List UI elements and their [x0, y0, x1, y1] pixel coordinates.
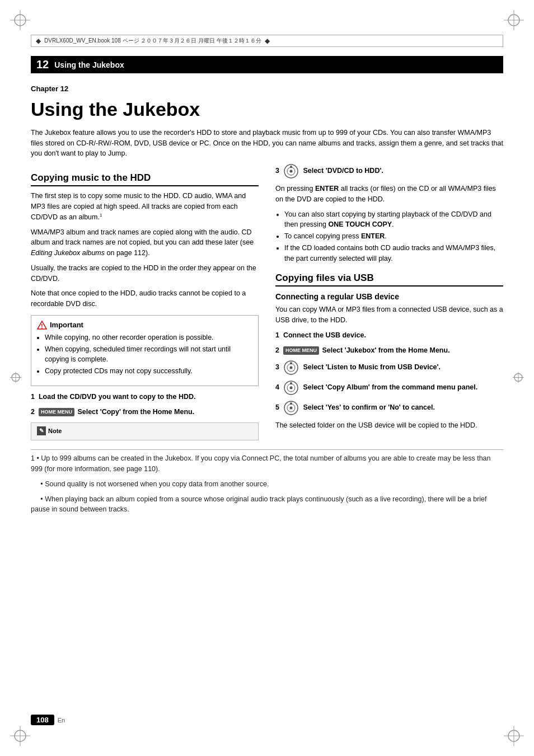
- usb-step-5: 5 Select 'Yes' to confirm or 'No' to can…: [275, 400, 503, 416]
- page-lang: En: [58, 717, 65, 724]
- footnote-3: • When playing back an album copied from…: [31, 494, 503, 515]
- important-list: While copying, no other recorder operati…: [37, 332, 252, 377]
- svg-text:!: !: [41, 323, 43, 330]
- meta-diamond-right: ◆: [265, 37, 270, 45]
- usb-step-2: 2 HOME MENU Select 'Jukebox' from the Ho…: [275, 345, 503, 356]
- usb-step-5-num: 5: [275, 404, 279, 412]
- page-number: 108: [31, 715, 54, 725]
- usb-step-2-text: Select 'Jukebox' from the Home Menu.: [322, 346, 449, 354]
- usb-step-1-text: Connect the USB device.: [283, 331, 366, 339]
- usb-step-1-num: 1: [275, 331, 279, 339]
- meta-text: DVRLX60D_WV_EN.book 108 ページ ２００７年３月２６日 月…: [44, 37, 261, 45]
- important-box: ! Important While copying, no other reco…: [31, 315, 259, 386]
- usb-step-4: 4 Select 'Copy Album' from the command m…: [275, 380, 503, 396]
- chapter-label: Chapter 12: [31, 83, 503, 95]
- svg-point-31: [289, 387, 292, 389]
- usb-step-3-num: 3: [275, 364, 279, 372]
- svg-point-22: [290, 166, 292, 168]
- usb-step-4-num: 4: [275, 384, 279, 392]
- note-box: ✎ Note: [31, 422, 259, 440]
- intro-paragraph: The Jukebox feature allows you to use th…: [31, 128, 503, 159]
- step-3: 3 Select 'DVD/CD to HDD'.: [275, 163, 503, 179]
- step-3-text: Select 'DVD/CD to HDD'.: [303, 167, 383, 175]
- important-item-1: While copying, no other recorder operati…: [45, 332, 252, 343]
- meta-diamond: ◆: [36, 37, 41, 45]
- copy-music-para3: Usually, the tracks are copied to the HD…: [31, 263, 259, 284]
- step3-bullet-1: You can also start copying by starting p…: [284, 209, 503, 231]
- section-heading-copy-music: Copying music to the HDD: [31, 172, 259, 186]
- warning-triangle-icon: !: [37, 320, 47, 330]
- corner-mark-br: [504, 726, 524, 746]
- usb-step-5-text: Select 'Yes' to confirm or 'No' to cance…: [303, 404, 435, 412]
- copy-music-para4: Note that once copied to the HDD, audio …: [31, 288, 259, 309]
- meta-bar: ◆ DVRLX60D_WV_EN.book 108 ページ ２００７年３月２６日…: [31, 35, 503, 47]
- dial-icon-usb5: [283, 400, 299, 416]
- svg-point-26: [290, 362, 292, 364]
- important-label: Important: [50, 321, 83, 329]
- svg-point-34: [290, 402, 292, 405]
- step-3-num: 3: [275, 167, 279, 175]
- note-icon: ✎: [37, 426, 46, 435]
- step-1: 1 Load the CD/DVD you want to copy to th…: [31, 392, 259, 402]
- important-title: ! Important: [37, 320, 252, 330]
- svg-point-35: [289, 407, 292, 410]
- chapter-number: 12: [36, 58, 49, 71]
- side-mark-left: [10, 372, 21, 384]
- note-label: ✎ Note: [37, 426, 252, 435]
- usb-final-text: The selected folder on the USB device wi…: [275, 420, 503, 431]
- subsection-heading-usb: Connecting a regular USB device: [275, 292, 503, 301]
- page-title: Using the Jukebox: [31, 99, 503, 120]
- usb-step-4-text: Select 'Copy Album' from the command men…: [303, 384, 477, 392]
- chapter-bar: 12 Using the Jukebox: [31, 56, 503, 73]
- corner-mark-tl: [10, 10, 30, 30]
- page-number-bar: 108 En: [31, 715, 65, 725]
- important-item-2: When copying, scheduled timer recordings…: [45, 344, 252, 365]
- home-menu-badge: HOME MENU: [39, 408, 74, 417]
- dial-icon-usb4: [283, 380, 299, 396]
- section-heading-copy-usb: Copying files via USB: [275, 273, 503, 287]
- usb-step-1: 1 Connect the USB device.: [275, 330, 503, 341]
- usb-step-2-num: 2: [275, 346, 279, 354]
- right-column: 3 Select 'DVD/CD to HDD'. On pressing EN…: [275, 163, 503, 440]
- step3-bullet-2: To cancel copying press ENTER.: [284, 231, 503, 242]
- chapter-bar-title: Using the Jukebox: [54, 60, 124, 69]
- footnote-ref-1: 1: [100, 213, 102, 218]
- footnote-2: • Sound quality is not worsened when you…: [31, 479, 503, 490]
- important-item-3: Copy protected CDs may not copy successf…: [45, 366, 252, 377]
- svg-point-30: [290, 382, 292, 384]
- svg-point-23: [289, 170, 292, 173]
- two-column-layout: Copying music to the HDD The first step …: [31, 163, 503, 440]
- usb-step-3: 3 Select 'Listen to Music from USB Devic…: [275, 360, 503, 375]
- step-1-text: Load the CD/DVD you want to copy to the …: [39, 393, 196, 401]
- step-3-para: On pressing ENTER all tracks (or files) …: [275, 184, 503, 205]
- usb-step-3-text: Select 'Listen to Music from USB Device'…: [303, 364, 441, 372]
- corner-mark-tr: [504, 10, 524, 30]
- corner-mark-bl: [10, 726, 30, 746]
- main-content: Chapter 12 Using the Jukebox The Jukebox…: [31, 73, 503, 440]
- step-2-text: Select 'Copy' from the Home Menu.: [77, 408, 194, 416]
- copy-music-para2: WMA/MP3 album and track names are copied…: [31, 227, 259, 259]
- footnote-1: 1 • Up to 999 albums can be created in t…: [31, 453, 503, 475]
- step-1-num: 1: [31, 393, 35, 401]
- dial-icon-step3: [283, 163, 299, 179]
- step-2: 2 HOME MENU Select 'Copy' from the Home …: [31, 407, 259, 417]
- step-3-bullets: You can also start copying by starting p…: [275, 209, 503, 264]
- dial-icon-usb3: [283, 360, 299, 375]
- step-2-num: 2: [31, 408, 35, 416]
- home-menu-badge-usb: HOME MENU: [283, 346, 319, 355]
- side-mark-right: [513, 372, 524, 384]
- left-column: Copying music to the HDD The first step …: [31, 163, 259, 440]
- svg-point-27: [289, 367, 292, 369]
- footnote-area: 1 • Up to 999 albums can be created in t…: [31, 449, 503, 515]
- copy-music-para1: The first step is to copy some music to …: [31, 191, 259, 222]
- usb-intro: You can copy WMA or MP3 files from a con…: [275, 304, 503, 326]
- step3-bullet-3: If the CD loaded contains both CD audio …: [284, 243, 503, 264]
